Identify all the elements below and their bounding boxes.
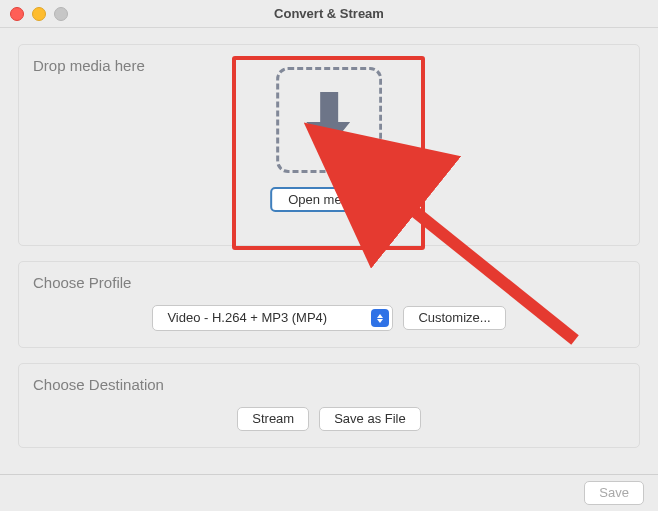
drop-media-panel: Drop media here Open media...	[18, 44, 640, 246]
choose-profile-title: Choose Profile	[33, 274, 625, 291]
titlebar: Convert & Stream	[0, 0, 658, 28]
customize-button[interactable]: Customize...	[403, 306, 505, 330]
footer: Save	[0, 474, 658, 511]
drop-target[interactable]: Open media...	[270, 67, 388, 212]
profile-select-value: Video - H.264 + MP3 (MP4)	[167, 310, 327, 325]
profile-select[interactable]: Video - H.264 + MP3 (MP4)	[152, 305, 393, 331]
stream-button[interactable]: Stream	[237, 407, 309, 431]
save-as-file-button[interactable]: Save as File	[319, 407, 421, 431]
content: Drop media here Open media... Choose Pro…	[0, 28, 658, 465]
choose-destination-title: Choose Destination	[33, 376, 625, 393]
download-arrow-icon	[306, 90, 352, 150]
save-button[interactable]: Save	[584, 481, 644, 505]
window-title: Convert & Stream	[0, 0, 658, 27]
drop-zone-box[interactable]	[276, 67, 382, 173]
choose-profile-panel: Choose Profile Video - H.264 + MP3 (MP4)…	[18, 261, 640, 348]
chevron-updown-icon	[371, 309, 389, 327]
open-media-button[interactable]: Open media...	[270, 187, 388, 212]
choose-destination-panel: Choose Destination Stream Save as File	[18, 363, 640, 448]
